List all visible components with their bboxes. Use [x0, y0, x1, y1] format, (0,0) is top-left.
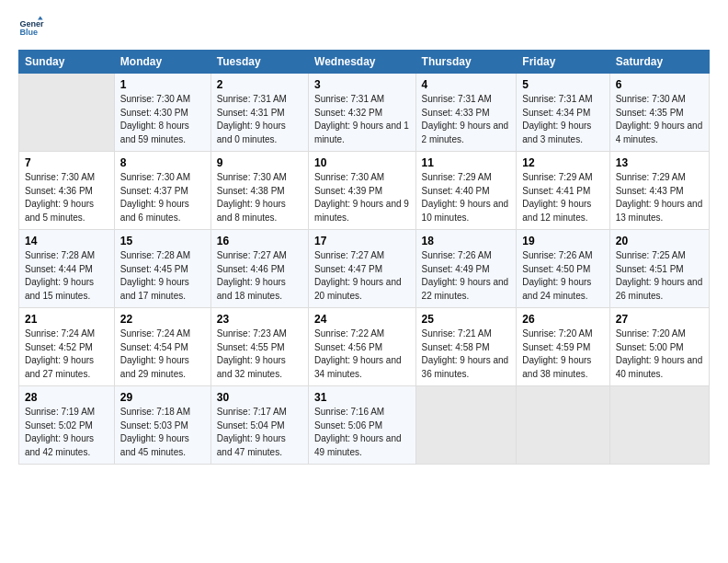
day-number: 20 [616, 235, 703, 247]
calendar-cell [415, 386, 517, 465]
header: General Blue [18, 15, 710, 40]
calendar-cell: 8Sunrise: 7:30 AMSunset: 4:37 PMDaylight… [114, 152, 210, 230]
cell-info: Sunrise: 7:28 AMSunset: 4:44 PMDaylight:… [25, 249, 108, 303]
cell-info: Sunrise: 7:26 AMSunset: 4:50 PMDaylight:… [522, 249, 603, 303]
calendar-cell: 17Sunrise: 7:27 AMSunset: 4:47 PMDayligh… [309, 230, 416, 308]
day-number: 10 [314, 156, 410, 169]
day-number: 9 [217, 156, 302, 169]
calendar-cell: 18Sunrise: 7:26 AMSunset: 4:49 PMDayligh… [415, 230, 517, 308]
day-number: 2 [217, 78, 302, 91]
calendar-cell: 12Sunrise: 7:29 AMSunset: 4:41 PMDayligh… [517, 152, 609, 230]
day-number: 30 [217, 391, 302, 404]
calendar-cell: 21Sunrise: 7:24 AMSunset: 4:52 PMDayligh… [19, 308, 115, 386]
svg-text:General: General [19, 19, 44, 29]
calendar-cell [517, 386, 609, 465]
calendar-header-row: SundayMondayTuesdayWednesdayThursdayFrid… [19, 51, 710, 74]
cell-info: Sunrise: 7:30 AMSunset: 4:39 PMDaylight:… [314, 171, 410, 224]
calendar-cell: 13Sunrise: 7:29 AMSunset: 4:43 PMDayligh… [609, 152, 709, 230]
calendar-week-row: 1Sunrise: 7:30 AMSunset: 4:30 PMDaylight… [19, 74, 710, 152]
calendar-cell: 29Sunrise: 7:18 AMSunset: 5:03 PMDayligh… [114, 386, 210, 465]
cell-info: Sunrise: 7:31 AMSunset: 4:33 PMDaylight:… [422, 93, 511, 146]
calendar-cell: 27Sunrise: 7:20 AMSunset: 5:00 PMDayligh… [609, 308, 709, 386]
cell-info: Sunrise: 7:24 AMSunset: 4:52 PMDaylight:… [25, 327, 108, 381]
cell-info: Sunrise: 7:21 AMSunset: 4:58 PMDaylight:… [422, 327, 511, 381]
cell-info: Sunrise: 7:24 AMSunset: 4:54 PMDaylight:… [120, 327, 205, 381]
calendar-cell: 3Sunrise: 7:31 AMSunset: 4:32 PMDaylight… [309, 74, 416, 152]
calendar-week-row: 14Sunrise: 7:28 AMSunset: 4:44 PMDayligh… [19, 230, 710, 308]
calendar-week-row: 28Sunrise: 7:19 AMSunset: 5:02 PMDayligh… [19, 386, 710, 465]
day-number: 26 [522, 313, 603, 326]
cell-info: Sunrise: 7:20 AMSunset: 5:00 PMDaylight:… [616, 327, 703, 381]
day-number: 14 [25, 235, 108, 247]
cell-info: Sunrise: 7:30 AMSunset: 4:37 PMDaylight:… [120, 171, 205, 224]
calendar-cell: 2Sunrise: 7:31 AMSunset: 4:31 PMDaylight… [210, 74, 308, 152]
day-number: 17 [314, 235, 410, 247]
day-number: 29 [120, 391, 205, 404]
calendar-cell: 9Sunrise: 7:30 AMSunset: 4:38 PMDaylight… [210, 152, 308, 230]
calendar-cell: 10Sunrise: 7:30 AMSunset: 4:39 PMDayligh… [309, 152, 416, 230]
day-number: 28 [25, 391, 108, 404]
cell-info: Sunrise: 7:30 AMSunset: 4:36 PMDaylight:… [25, 171, 108, 224]
day-number: 23 [217, 313, 302, 326]
calendar-cell [19, 74, 115, 152]
calendar-cell: 1Sunrise: 7:30 AMSunset: 4:30 PMDaylight… [114, 74, 210, 152]
calendar-cell: 22Sunrise: 7:24 AMSunset: 4:54 PMDayligh… [114, 308, 210, 386]
calendar-cell: 25Sunrise: 7:21 AMSunset: 4:58 PMDayligh… [415, 308, 517, 386]
cell-info: Sunrise: 7:30 AMSunset: 4:30 PMDaylight:… [120, 93, 205, 146]
cell-info: Sunrise: 7:30 AMSunset: 4:38 PMDaylight:… [217, 171, 302, 224]
cell-info: Sunrise: 7:18 AMSunset: 5:03 PMDaylight:… [120, 406, 205, 459]
day-number: 11 [422, 156, 511, 169]
calendar-table: SundayMondayTuesdayWednesdayThursdayFrid… [18, 50, 710, 465]
day-number: 15 [120, 235, 205, 247]
calendar-cell: 16Sunrise: 7:27 AMSunset: 4:46 PMDayligh… [210, 230, 308, 308]
calendar-cell: 5Sunrise: 7:31 AMSunset: 4:34 PMDaylight… [517, 74, 609, 152]
col-header-sunday: Sunday [19, 51, 115, 74]
calendar-week-row: 21Sunrise: 7:24 AMSunset: 4:52 PMDayligh… [19, 308, 710, 386]
calendar-cell: 6Sunrise: 7:30 AMSunset: 4:35 PMDaylight… [609, 74, 709, 152]
calendar-cell: 31Sunrise: 7:16 AMSunset: 5:06 PMDayligh… [309, 386, 416, 465]
col-header-tuesday: Tuesday [210, 51, 308, 74]
day-number: 5 [522, 78, 603, 91]
day-number: 6 [616, 78, 703, 91]
day-number: 7 [25, 156, 108, 169]
logo: General Blue [18, 15, 48, 40]
col-header-saturday: Saturday [609, 51, 709, 74]
calendar-cell [609, 386, 709, 465]
cell-info: Sunrise: 7:27 AMSunset: 4:46 PMDaylight:… [217, 249, 302, 303]
calendar-cell: 11Sunrise: 7:29 AMSunset: 4:40 PMDayligh… [415, 152, 517, 230]
calendar-cell: 15Sunrise: 7:28 AMSunset: 4:45 PMDayligh… [114, 230, 210, 308]
cell-info: Sunrise: 7:26 AMSunset: 4:49 PMDaylight:… [422, 249, 511, 303]
cell-info: Sunrise: 7:23 AMSunset: 4:55 PMDaylight:… [217, 327, 302, 381]
svg-text:Blue: Blue [19, 28, 38, 37]
calendar-cell: 7Sunrise: 7:30 AMSunset: 4:36 PMDaylight… [19, 152, 115, 230]
day-number: 31 [314, 391, 410, 404]
day-number: 4 [422, 78, 511, 91]
cell-info: Sunrise: 7:29 AMSunset: 4:41 PMDaylight:… [522, 171, 603, 224]
cell-info: Sunrise: 7:25 AMSunset: 4:51 PMDaylight:… [616, 249, 703, 303]
cell-info: Sunrise: 7:31 AMSunset: 4:34 PMDaylight:… [522, 93, 603, 146]
calendar-cell: 23Sunrise: 7:23 AMSunset: 4:55 PMDayligh… [210, 308, 308, 386]
cell-info: Sunrise: 7:31 AMSunset: 4:32 PMDaylight:… [314, 93, 410, 146]
day-number: 21 [25, 313, 108, 326]
day-number: 12 [522, 156, 603, 169]
cell-info: Sunrise: 7:29 AMSunset: 4:40 PMDaylight:… [422, 171, 511, 224]
cell-info: Sunrise: 7:20 AMSunset: 4:59 PMDaylight:… [522, 327, 603, 381]
day-number: 24 [314, 313, 410, 326]
cell-info: Sunrise: 7:30 AMSunset: 4:35 PMDaylight:… [616, 93, 703, 146]
day-number: 3 [314, 78, 410, 91]
cell-info: Sunrise: 7:29 AMSunset: 4:43 PMDaylight:… [616, 171, 703, 224]
calendar-cell: 19Sunrise: 7:26 AMSunset: 4:50 PMDayligh… [517, 230, 609, 308]
calendar-cell: 24Sunrise: 7:22 AMSunset: 4:56 PMDayligh… [309, 308, 416, 386]
col-header-monday: Monday [114, 51, 210, 74]
day-number: 27 [616, 313, 703, 326]
calendar-cell: 20Sunrise: 7:25 AMSunset: 4:51 PMDayligh… [609, 230, 709, 308]
day-number: 1 [120, 78, 205, 91]
col-header-wednesday: Wednesday [309, 51, 416, 74]
calendar-cell: 4Sunrise: 7:31 AMSunset: 4:33 PMDaylight… [415, 74, 517, 152]
day-number: 18 [422, 235, 511, 247]
cell-info: Sunrise: 7:27 AMSunset: 4:47 PMDaylight:… [314, 249, 410, 303]
day-number: 19 [522, 235, 603, 247]
col-header-friday: Friday [517, 51, 609, 74]
day-number: 25 [422, 313, 511, 326]
day-number: 8 [120, 156, 205, 169]
